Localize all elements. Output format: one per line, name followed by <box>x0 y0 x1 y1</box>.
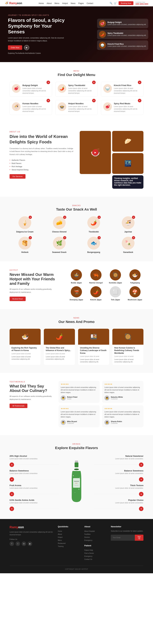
quicklink-4[interactable]: Restaurant <box>58 542 80 545</box>
test-avatar-3: 👩 <box>104 420 110 425</box>
hero-card-title-0: Bulgogi Delight <box>108 21 146 24</box>
about-link-3[interactable]: Emergency <box>84 539 106 542</box>
patient-link-1[interactable]: Find a Doctor <box>84 552 106 555</box>
test-role-2: Customer <box>67 422 77 424</box>
news-card-body-0: Exploring the Rich Tapestry of Flavors i… <box>9 345 41 362</box>
about-link-1[interactable]: Facilities <box>84 533 106 536</box>
newsletter-input[interactable] <box>111 535 135 541</box>
menu-badge-2: ★ <box>138 80 141 84</box>
snack-img-3: 🍜★ <box>122 216 135 229</box>
play-overlay-button[interactable]: ▶ <box>92 149 99 156</box>
flavor-left-3: 0.5% Gentle Amino Acids Lorem ipsum dolo… <box>9 499 59 504</box>
hotpot-name-3: Yukgaejang <box>127 282 144 284</box>
booking-button[interactable]: Booking Now <box>119 1 133 5</box>
navbar: 🍜 Ramyeon Home About Menu Hotpot News Pa… <box>0 0 153 6</box>
snack-badge-2: ★ <box>98 216 101 219</box>
menu-card-img-4: 🍲 <box>58 102 66 111</box>
news-tag: NEWS <box>9 317 144 319</box>
flavor-right-3: Popular Choice Lorem ipsum dolor sit ame… <box>94 499 144 504</box>
hotpot-item-6: ⬜ Tofu Jjigae <box>107 286 124 300</box>
menu-card-img-5: 🥩 <box>103 102 112 111</box>
test-avatar-1: 👩 <box>104 396 110 400</box>
menu-card-body-5: Spicy Red Meats Lorem ipsum dolor sit am… <box>114 102 141 112</box>
footer-brand-col: Ramyeon Lorem ipsum dolor sit amet conse… <box>9 526 53 561</box>
hero-card-info-1: Spicy Tteokbokki Lorem ipsum dolor sit a… <box>108 32 146 36</box>
hero-left: JOURNEY TO KOREAN SPICY DELIGHTS Flavors… <box>8 14 67 54</box>
flavors-left-col: 20% High Alcohol Lorem ipsum dolor sit a… <box>9 455 59 511</box>
flavor-left-desc-0: Lorem ipsum dolor sit amet consectetur. <box>9 458 59 460</box>
menu-card-name-4: Hotpot Noodles <box>68 102 95 105</box>
nav-hotpot[interactable]: Hotpot <box>62 2 68 4</box>
news-card-img-2: 🍱 <box>78 329 109 345</box>
testimonials-title: What Did They Say About Our Culinary? <box>9 384 52 393</box>
test-card-0: ★★★★★ Lorem ipsum dolor sit amet consect… <box>58 381 100 403</box>
quicklink-0[interactable]: Home <box>58 530 80 533</box>
nav-home[interactable]: Home <box>39 2 44 4</box>
cart-icon[interactable]: 🛒 <box>114 2 117 4</box>
news-card-3: 🥘 How Korean Cuisine is Redefining Culin… <box>112 329 144 365</box>
nav-about[interactable]: About <box>47 2 52 4</box>
hero-card-img-1: 🌶️ <box>99 31 106 38</box>
flavor-line-r1 <box>94 479 138 480</box>
flavor-line-r3 <box>94 508 138 509</box>
about-features: Authentic Flavors Bold Flavors Rich Heri… <box>9 158 73 171</box>
snack-badge-5: ★ <box>63 236 66 239</box>
test-text-1: Lorem ipsum dolor sit amet consectetur a… <box>104 386 141 394</box>
snack-item-0: 🍦★ Dalgona Ice Cream <box>9 216 40 233</box>
quicklink-1[interactable]: About <box>58 533 80 536</box>
nav-pages[interactable]: Pages <box>78 2 84 4</box>
news-card-title-2: Unveiling the Diverse Culinary Landscape… <box>80 346 107 354</box>
hero-card-1: 🌶️ Spicy Tteokbokki Lorem ipsum dolor si… <box>97 30 148 39</box>
hotpot-img-7: 🍄 <box>129 286 141 298</box>
hotpot-name-0: Budae Jjigae <box>68 282 85 284</box>
test-card-2: ★★★★★ Lorem ipsum dolor sit amet consect… <box>58 405 100 427</box>
patient-link-2[interactable]: Emergency <box>84 555 106 558</box>
youtube-icon[interactable]: ▶ <box>28 542 32 546</box>
search-icon[interactable]: 🔍 <box>110 2 112 4</box>
snack-name-4: Hotteok <box>9 251 40 253</box>
flavor-dot-left-3: ● <box>9 506 14 511</box>
play-button[interactable]: ▶ <box>24 45 29 50</box>
svg-point-7 <box>73 475 74 476</box>
about-feature-3: Seoul-Inspired Dining <box>9 168 73 171</box>
hero-card-info-2: Kimchi Fried Rice Lorem ipsum dolor sit … <box>108 43 146 48</box>
menu-badge-3: ★ <box>46 99 50 102</box>
about-link-0[interactable]: About Hospital <box>84 530 106 533</box>
quicklink-3[interactable]: Menu <box>58 539 80 542</box>
newsletter-submit-button[interactable]: Sign Up <box>135 535 144 541</box>
testimonials-tag: TESTIMONIALS <box>9 381 52 383</box>
nav-menu[interactable]: Menu <box>54 2 59 4</box>
test-text-0: Lorem ipsum dolor sit amet consectetur a… <box>61 386 98 394</box>
flavor-connector-r3: ● <box>94 506 144 511</box>
flavor-dot-right-0: ● <box>139 462 144 467</box>
flavor-right-0: Natural Sweetener Lorem ipsum dolor sit … <box>94 455 144 460</box>
logo[interactable]: 🍜 Ramyeon <box>5 2 22 5</box>
all-testimonials-button[interactable]: All Testimonials <box>9 404 27 408</box>
our-services-button[interactable]: Our Services <box>9 174 25 179</box>
testimonials-desc: All aspects of our software works includ… <box>9 395 52 401</box>
test-author-1: 👩 Natasha White Customer <box>104 396 141 400</box>
nav-contact[interactable]: Contact <box>87 2 93 4</box>
patient-link-0[interactable]: Patient Help <box>84 549 106 552</box>
nav-news[interactable]: News <box>71 2 75 4</box>
twitter-icon[interactable]: t <box>16 542 20 546</box>
order-now-button[interactable]: Order Now <box>8 45 22 50</box>
newsletter-form: Sign Up <box>111 535 144 541</box>
instagram-icon[interactable]: in <box>22 542 26 546</box>
booked-now-button[interactable]: Booked Now! <box>9 296 26 301</box>
testimonials-left: TESTIMONIALS What Did They Say About Our… <box>9 381 52 427</box>
hero-card-0: 🥩 Bulgogi Delight Lorem ipsum dolor sit … <box>97 19 148 28</box>
about-feature-2: Rich Heritage <box>9 165 73 168</box>
patient-link-3[interactable]: Contact Us <box>84 558 106 561</box>
menu-card-name-3: Korean Noodles <box>22 102 50 105</box>
about-info-card-title: Thinking insights, verified driven resea… <box>114 177 142 186</box>
testimonials-section: TESTIMONIALS What Did They Say About Our… <box>0 373 153 435</box>
quicklink-2[interactable]: Hotpot <box>58 536 80 539</box>
flavor-connector-3: ● <box>9 506 59 511</box>
menu-card-body-0: Bulgogi Delight Lorem ipsum dolor sit am… <box>22 84 50 94</box>
quicklink-5[interactable]: Training <box>58 545 80 548</box>
test-author-info-1: Natasha White Customer <box>111 396 123 400</box>
svg-text:Korean Flavor: Korean Flavor <box>74 485 79 486</box>
about-link-2[interactable]: Doctors <box>84 536 106 539</box>
facebook-icon[interactable]: f <box>9 542 14 546</box>
